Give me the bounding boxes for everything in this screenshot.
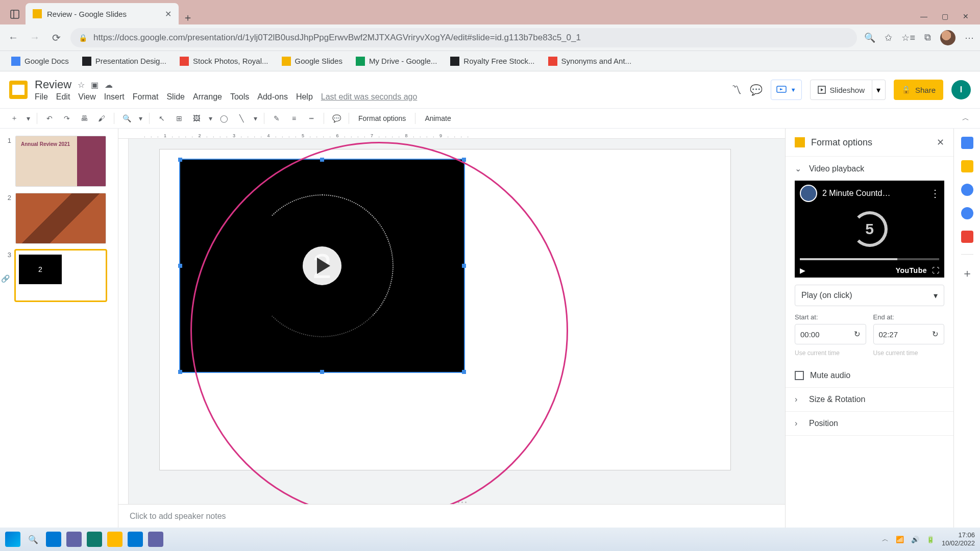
slideshow-dropdown[interactable]: ▾: [872, 80, 886, 100]
video-object-selected[interactable]: 2: [180, 160, 464, 372]
use-current-time-start[interactable]: Use current time: [795, 349, 866, 357]
resize-handle[interactable]: [462, 264, 466, 268]
wifi-icon[interactable]: 📶: [896, 536, 904, 543]
resize-handle[interactable]: [178, 158, 182, 162]
filmstrip-slide-3[interactable]: 3 🔗 2: [0, 247, 118, 304]
play-mode-select[interactable]: Play (on click) ▾: [795, 285, 944, 306]
resize-handle[interactable]: [178, 264, 182, 268]
calendar-icon[interactable]: [961, 137, 973, 149]
tab-sidebar-toggle[interactable]: [4, 4, 26, 24]
task-view-icon[interactable]: [46, 532, 61, 547]
zoom-dropdown[interactable]: ▾: [137, 111, 144, 126]
new-tab-button[interactable]: ＋: [179, 11, 197, 24]
menu-edit[interactable]: Edit: [56, 92, 70, 102]
yt-more-icon[interactable]: ⋮: [930, 187, 940, 199]
bookmark-google-docs[interactable]: Google Docs: [11, 57, 69, 66]
collapse-toolbar-icon[interactable]: ︿: [959, 111, 973, 126]
file-explorer-icon[interactable]: [107, 532, 122, 547]
volume-icon[interactable]: 🔊: [911, 536, 919, 543]
forward-icon[interactable]: →: [28, 31, 42, 45]
slides-logo-icon[interactable]: [9, 81, 28, 99]
account-avatar[interactable]: I: [951, 80, 971, 99]
section-size-rotation[interactable]: › Size & Rotation: [795, 395, 944, 404]
battery-icon[interactable]: 🔋: [926, 536, 935, 543]
teams-icon[interactable]: [148, 532, 163, 547]
menu-file[interactable]: File: [35, 92, 48, 102]
reset-start-icon[interactable]: ↻: [854, 330, 861, 339]
menu-view[interactable]: View: [78, 92, 95, 102]
image-dropdown[interactable]: ▾: [207, 111, 214, 126]
use-current-time-end[interactable]: Use current time: [873, 349, 945, 357]
notes-resize-handle[interactable]: [452, 502, 472, 505]
yt-progress-bar[interactable]: [800, 258, 939, 260]
menu-tools[interactable]: Tools: [230, 92, 249, 102]
present-to-meeting-button[interactable]: ▼: [771, 80, 802, 100]
section-position[interactable]: › Position: [795, 419, 944, 428]
close-window-icon[interactable]: ✕: [963, 12, 969, 20]
slide-canvas[interactable]: 2: [159, 149, 731, 470]
reset-end-icon[interactable]: ↻: [932, 330, 939, 339]
back-icon[interactable]: ←: [6, 31, 20, 45]
filmstrip-slide-2[interactable]: 2: [0, 190, 118, 247]
resize-handle[interactable]: [178, 370, 182, 374]
image-tool[interactable]: 🖼: [189, 111, 204, 126]
canvas-scroll[interactable]: 2: [118, 139, 785, 504]
browser-menu-icon[interactable]: ⋯: [965, 32, 974, 43]
move-icon[interactable]: ▣: [91, 80, 99, 90]
address-bar[interactable]: 🔒 https://docs.google.com/presentation/d…: [70, 28, 857, 47]
document-title[interactable]: Review: [35, 78, 71, 91]
add-addon-icon[interactable]: ＋: [962, 266, 973, 281]
print-button[interactable]: 🖶: [77, 111, 91, 126]
shape-tool[interactable]: ◯: [217, 111, 231, 126]
resize-handle[interactable]: [320, 370, 324, 374]
minimize-icon[interactable]: —: [920, 12, 927, 20]
paint-format-button[interactable]: 🖌: [94, 111, 109, 126]
resize-handle[interactable]: [320, 158, 324, 162]
zoom-button[interactable]: 🔍: [119, 111, 134, 126]
resize-handle[interactable]: [462, 158, 466, 162]
play-video-icon[interactable]: [303, 246, 341, 285]
contacts-icon[interactable]: [961, 207, 973, 219]
bookmark-presentation-design[interactable]: Presentation Desig...: [82, 57, 166, 66]
comments-icon[interactable]: 💬: [750, 84, 763, 96]
zoom-icon[interactable]: 🔍: [864, 32, 875, 43]
yt-play-icon[interactable]: ▶: [800, 266, 805, 274]
bookmark-royalty-free[interactable]: Royalty Free Stock...: [450, 57, 534, 66]
favorites-icon[interactable]: ☆≡: [901, 32, 915, 43]
menu-addons[interactable]: Add-ons: [257, 92, 288, 102]
new-slide-dropdown[interactable]: ▾: [24, 111, 32, 126]
taskbar-clock[interactable]: 17:06 10/02/2022: [942, 531, 975, 547]
textbox-tool[interactable]: ⊞: [172, 111, 186, 126]
format-options-button[interactable]: Format options: [354, 114, 410, 122]
menu-slide[interactable]: Slide: [166, 92, 185, 102]
border-dash-button[interactable]: ┅: [304, 111, 318, 126]
last-edit-link[interactable]: Last edit was seconds ago: [321, 92, 418, 102]
mute-audio-checkbox[interactable]: [795, 371, 804, 380]
border-color-button[interactable]: ✎: [270, 111, 284, 126]
slideshow-button[interactable]: Slideshow: [810, 80, 872, 100]
start-button[interactable]: [5, 532, 20, 547]
border-weight-button[interactable]: ≡: [287, 111, 301, 126]
menu-format[interactable]: Format: [133, 92, 159, 102]
youtube-preview[interactable]: 2 Minute Countd… ⋮ 5 ▶ YouTube ⛶: [795, 181, 944, 278]
activity-icon[interactable]: 〽: [731, 84, 742, 96]
line-dropdown[interactable]: ▾: [252, 111, 259, 126]
tray-chevron-icon[interactable]: ︿: [882, 535, 889, 544]
tasks-icon[interactable]: [961, 184, 973, 196]
line-tool[interactable]: ╲: [234, 111, 249, 126]
menu-help[interactable]: Help: [296, 92, 313, 102]
share-button[interactable]: 🔒 Share: [894, 80, 943, 100]
bookmark-synonyms[interactable]: Synonyms and Ant...: [548, 57, 632, 66]
animate-button[interactable]: Animate: [421, 114, 455, 122]
bookmark-star-icon[interactable]: ✩: [885, 32, 892, 43]
browser-tab-active[interactable]: Review - Google Slides ✕: [26, 3, 179, 24]
menu-insert[interactable]: Insert: [104, 92, 125, 102]
bookmark-my-drive[interactable]: My Drive - Google...: [356, 57, 437, 66]
bookmark-stock-photos[interactable]: Stock Photos, Royal...: [180, 57, 268, 66]
select-tool[interactable]: ↖: [155, 111, 169, 126]
reload-icon[interactable]: ⟳: [49, 31, 63, 45]
keep-icon[interactable]: [961, 160, 973, 172]
menu-arrange[interactable]: Arrange: [193, 92, 222, 102]
resize-handle[interactable]: [462, 370, 466, 374]
outlook-icon[interactable]: [128, 532, 143, 547]
